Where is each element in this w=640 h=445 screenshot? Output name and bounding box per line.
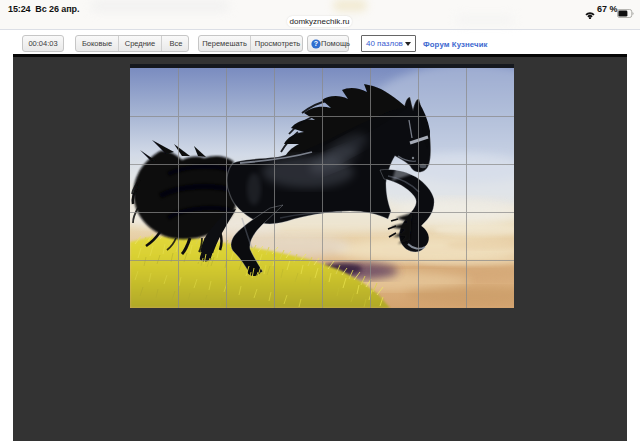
svg-text:?: ? xyxy=(314,40,318,47)
